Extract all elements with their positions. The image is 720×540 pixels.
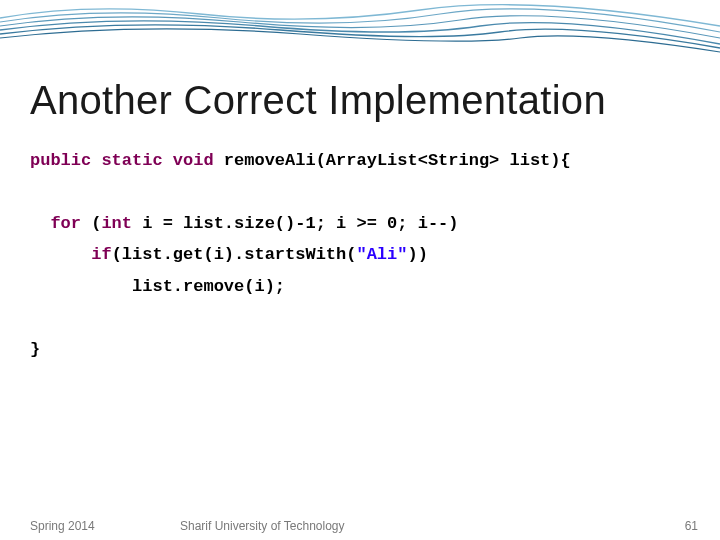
footer-institution: Sharif University of Technology bbox=[180, 519, 345, 533]
code-keyword: void bbox=[173, 151, 214, 170]
code-text: i = list.size()-1; i >= 0; i--) bbox=[132, 214, 458, 233]
code-string: "Ali" bbox=[356, 245, 407, 264]
wave-decoration bbox=[0, 0, 720, 55]
code-keyword: for bbox=[50, 214, 81, 233]
code-text bbox=[30, 277, 132, 296]
code-block: public static void removeAli(ArrayList<S… bbox=[30, 145, 571, 365]
code-text: removeAli(ArrayList<String> list){ bbox=[214, 151, 571, 170]
code-text bbox=[30, 245, 91, 264]
code-text bbox=[163, 151, 173, 170]
code-keyword: static bbox=[101, 151, 162, 170]
code-text: ( bbox=[81, 214, 101, 233]
slide-number: 61 bbox=[685, 519, 698, 533]
code-text bbox=[30, 214, 50, 233]
slide-title: Another Correct Implementation bbox=[30, 78, 606, 123]
code-keyword: public bbox=[30, 151, 91, 170]
footer-date: Spring 2014 bbox=[30, 519, 95, 533]
code-text: )) bbox=[407, 245, 427, 264]
code-text bbox=[91, 151, 101, 170]
code-text: } bbox=[30, 340, 40, 359]
code-keyword: if bbox=[91, 245, 111, 264]
code-text: (list.get(i).startsWith( bbox=[112, 245, 357, 264]
code-keyword: int bbox=[101, 214, 132, 233]
code-text: list.remove(i); bbox=[132, 277, 285, 296]
